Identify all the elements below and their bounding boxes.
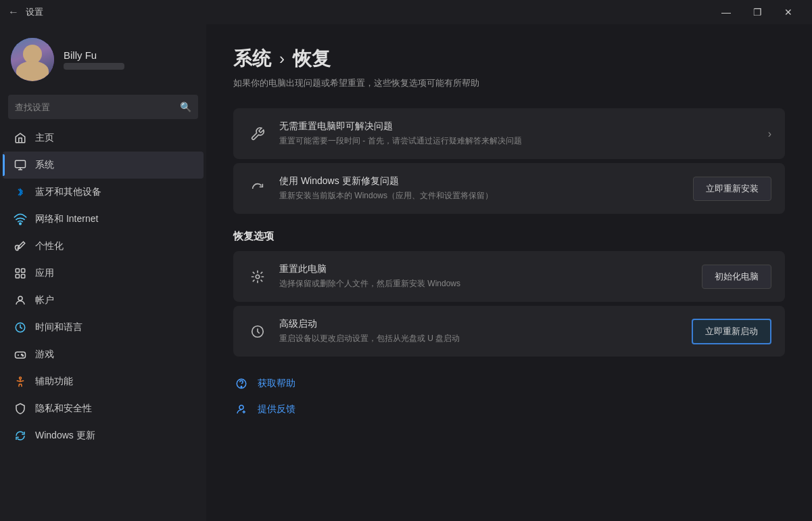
get-help-label: 获取帮助 bbox=[258, 378, 295, 390]
brush-icon bbox=[14, 240, 27, 253]
system-icon bbox=[14, 158, 27, 172]
close-button[interactable]: ✕ bbox=[773, 0, 804, 24]
sidebar-item-home[interactable]: 主页 bbox=[3, 124, 204, 152]
svg-point-14 bbox=[256, 275, 260, 279]
maximize-button[interactable]: ❐ bbox=[742, 0, 773, 24]
feedback-label: 提供反馈 bbox=[258, 403, 295, 415]
sidebar-item-accessibility[interactable]: 辅助功能 bbox=[3, 368, 204, 395]
svg-point-13 bbox=[20, 377, 22, 379]
svg-point-1 bbox=[20, 223, 22, 225]
sidebar-item-time[interactable]: 时间和语言 bbox=[3, 314, 204, 341]
svg-rect-3 bbox=[22, 269, 25, 272]
breadcrumb-parent: 系统 bbox=[233, 46, 271, 72]
troubleshoot-action[interactable]: › bbox=[768, 128, 771, 140]
troubleshoot-desc: 重置可能需要一段时间 - 首先，请尝试通过运行疑难解答来解决问题 bbox=[279, 135, 757, 147]
sidebar-item-privacy[interactable]: 隐私和安全性 bbox=[3, 395, 204, 422]
user-name: Billy Fu bbox=[64, 49, 124, 61]
home-icon bbox=[14, 131, 27, 145]
svg-point-18 bbox=[239, 405, 243, 409]
sidebar-item-label: 个性化 bbox=[35, 240, 64, 252]
reset-button[interactable]: 初始化电脑 bbox=[702, 265, 771, 289]
game-icon bbox=[14, 348, 27, 361]
main-layout: Billy Fu 🔍 主页 系统 bbox=[0, 24, 812, 521]
svg-rect-8 bbox=[16, 352, 26, 358]
reset-desc: 选择保留或删除个人文件，然后重新安装 Windows bbox=[279, 278, 691, 290]
sidebar-item-apps[interactable]: 应用 bbox=[3, 260, 204, 287]
apps-icon bbox=[14, 267, 27, 280]
feedback-link[interactable]: 提供反馈 bbox=[233, 401, 785, 417]
sidebar-item-label: Windows 更新 bbox=[35, 430, 95, 442]
footer-links: 获取帮助 提供反馈 bbox=[233, 376, 785, 417]
svg-rect-5 bbox=[22, 275, 25, 278]
clock-icon bbox=[14, 321, 27, 334]
minimize-button[interactable]: — bbox=[711, 0, 742, 24]
advanced-startup-content: 高级启动 重启设备以更改启动设置，包括从光盘或 U 盘启动 bbox=[279, 318, 681, 344]
reinstall-title: 使用 Windows 更新修复问题 bbox=[279, 175, 682, 187]
advanced-startup-icon bbox=[247, 321, 268, 342]
sidebar-item-accounts[interactable]: 帐户 bbox=[3, 287, 204, 314]
sidebar: Billy Fu 🔍 主页 系统 bbox=[0, 24, 206, 521]
sidebar-item-network[interactable]: 网络和 Internet bbox=[3, 206, 204, 233]
svg-rect-0 bbox=[16, 160, 26, 168]
sidebar-item-label: 蓝牙和其他设备 bbox=[35, 186, 101, 198]
reset-content: 重置此电脑 选择保留或删除个人文件，然后重新安装 Windows bbox=[279, 263, 691, 290]
breadcrumb: 系统 › 恢复 bbox=[233, 46, 785, 72]
accessibility-icon bbox=[14, 375, 27, 388]
sidebar-item-bluetooth[interactable]: 蓝牙和其他设备 bbox=[3, 179, 204, 206]
restart-now-button[interactable]: 立即重新启动 bbox=[692, 319, 771, 344]
reinstall-action: 立即重新安装 bbox=[693, 177, 771, 201]
sidebar-item-label: 辅助功能 bbox=[35, 376, 73, 388]
breadcrumb-separator: › bbox=[279, 49, 285, 68]
recovery-section-title: 恢复选项 bbox=[233, 230, 785, 243]
svg-point-6 bbox=[18, 296, 22, 300]
advanced-startup-action: 立即重新启动 bbox=[692, 319, 771, 344]
sidebar-item-personalization[interactable]: 个性化 bbox=[3, 233, 204, 260]
advanced-startup-title: 高级启动 bbox=[279, 318, 681, 330]
reinstall-content: 使用 Windows 更新修复问题 重新安装当前版本的 Windows（应用、文… bbox=[279, 175, 682, 202]
sidebar-item-system[interactable]: 系统 bbox=[3, 152, 204, 179]
bluetooth-icon bbox=[14, 185, 27, 199]
sidebar-item-update[interactable]: Windows 更新 bbox=[3, 422, 204, 449]
chevron-right-icon: › bbox=[768, 128, 771, 139]
sidebar-item-label: 网络和 Internet bbox=[35, 213, 98, 225]
sidebar-item-label: 游戏 bbox=[35, 348, 54, 361]
back-button[interactable]: ← bbox=[8, 6, 19, 18]
advanced-startup-desc: 重启设备以更改启动设置，包括从光盘或 U 盘启动 bbox=[279, 333, 681, 344]
get-help-link[interactable]: 获取帮助 bbox=[233, 376, 785, 392]
reset-card: 重置此电脑 选择保留或删除个人文件，然后重新安装 Windows 初始化电脑 bbox=[233, 251, 785, 302]
search-container: 🔍 bbox=[0, 95, 206, 124]
svg-point-17 bbox=[241, 386, 242, 388]
user-subtitle bbox=[64, 63, 124, 70]
sidebar-item-label: 应用 bbox=[35, 267, 54, 279]
update-icon bbox=[14, 429, 27, 443]
sidebar-item-label: 时间和语言 bbox=[35, 321, 82, 334]
sidebar-item-label: 隐私和安全性 bbox=[35, 403, 92, 415]
wifi-icon bbox=[14, 212, 27, 226]
sidebar-item-gaming[interactable]: 游戏 bbox=[3, 341, 204, 368]
shield-icon bbox=[14, 402, 27, 415]
advanced-startup-card: 高级启动 重启设备以更改启动设置，包括从光盘或 U 盘启动 立即重新启动 bbox=[233, 306, 785, 357]
wrench-icon bbox=[247, 123, 268, 145]
reset-title: 重置此电脑 bbox=[279, 263, 691, 275]
reset-icon bbox=[247, 266, 268, 288]
svg-rect-4 bbox=[16, 275, 19, 278]
avatar bbox=[11, 38, 54, 81]
breadcrumb-current: 恢复 bbox=[293, 46, 331, 72]
help-icon bbox=[233, 376, 249, 392]
user-info: Billy Fu bbox=[64, 49, 124, 70]
reinstall-desc: 重新安装当前版本的 Windows（应用、文件和设置将保留） bbox=[279, 190, 682, 202]
troubleshoot-card: 无需重置电脑即可解决问题 重置可能需要一段时间 - 首先，请尝试通过运行疑难解答… bbox=[233, 108, 785, 159]
sidebar-item-label: 系统 bbox=[35, 159, 54, 171]
troubleshoot-title: 无需重置电脑即可解决问题 bbox=[279, 120, 757, 133]
reinstall-button[interactable]: 立即重新安装 bbox=[693, 177, 771, 201]
svg-rect-2 bbox=[16, 269, 19, 272]
search-input[interactable] bbox=[15, 102, 174, 112]
reinstall-card: 使用 Windows 更新修复问题 重新安装当前版本的 Windows（应用、文… bbox=[233, 163, 785, 214]
sidebar-item-label: 帐户 bbox=[35, 294, 54, 307]
search-box[interactable]: 🔍 bbox=[8, 95, 198, 119]
user-profile[interactable]: Billy Fu bbox=[0, 24, 206, 95]
troubleshoot-content: 无需重置电脑即可解决问题 重置可能需要一段时间 - 首先，请尝试通过运行疑难解答… bbox=[279, 120, 757, 147]
search-icon: 🔍 bbox=[180, 101, 191, 112]
page-description: 如果你的电脑出现问题或希望重置，这些恢复选项可能有所帮助 bbox=[233, 77, 785, 89]
refresh-icon bbox=[247, 178, 268, 200]
